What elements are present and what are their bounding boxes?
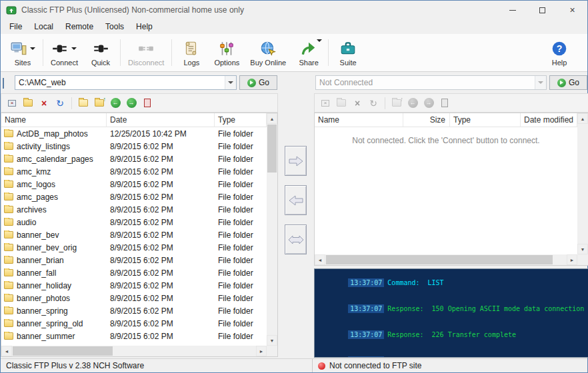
help-button[interactable]: ? Help (542, 35, 577, 70)
file-row[interactable]: banner_spring_old 8/9/2015 6:02 PM File … (1, 317, 267, 330)
scroll-down-arrow[interactable]: ▼ (577, 244, 588, 254)
column-header-size[interactable]: Size (403, 113, 450, 127)
local-path-dropdown-button[interactable] (225, 76, 236, 89)
file-row[interactable]: banner_holiday 8/9/2015 6:02 PM File fol… (1, 279, 267, 292)
file-type: File folder (215, 155, 267, 164)
column-header-name[interactable]: Name (315, 113, 403, 127)
menu-item-tools[interactable]: Tools (99, 20, 130, 33)
local-go-button[interactable]: Go (239, 75, 277, 90)
share-dropdown-caret[interactable] (317, 39, 322, 42)
upload-button[interactable] (285, 146, 307, 176)
column-header-type[interactable]: Type (450, 113, 521, 127)
forward-icon[interactable]: → (125, 97, 138, 110)
scrollbar-thumb[interactable] (267, 125, 277, 173)
new-folder-icon[interactable] (21, 97, 35, 110)
file-name-cell: banner_brian (1, 256, 107, 265)
maximize-button[interactable] (527, 1, 557, 19)
menu-item-local[interactable]: Local (28, 20, 59, 33)
local-vertical-scrollbar[interactable]: ▲ ▼ (267, 113, 277, 346)
file-row[interactable]: banner_photos 8/9/2015 6:02 PM File fold… (1, 292, 267, 304)
abort-icon[interactable] (141, 97, 154, 110)
back-icon[interactable]: ← (109, 97, 122, 110)
file-row[interactable]: activity_listings 8/9/2015 6:02 PM File … (1, 140, 267, 153)
disconnect-button[interactable]: Disconnect (123, 35, 169, 70)
scroll-down-arrow[interactable]: ▼ (267, 335, 277, 346)
panel-toggle-icon[interactable]: × (319, 97, 332, 110)
log-timestamp: 13:37:07 (348, 356, 384, 358)
file-row[interactable]: banner_bev_orig 8/9/2015 6:02 PM File fo… (1, 241, 267, 254)
menu-item-file[interactable]: File (3, 20, 28, 33)
file-row[interactable]: amc_logos 8/9/2015 6:02 PM File folder (1, 178, 267, 190)
remote-vertical-scrollbar[interactable]: ▲ ▼ (577, 113, 588, 254)
back-icon[interactable]: ← (406, 97, 419, 110)
panel-toggle-icon[interactable]: × (5, 97, 19, 110)
parent-folder-icon[interactable]: ↑ (390, 97, 403, 110)
sites-button[interactable]: Sites (5, 35, 41, 70)
delete-icon[interactable]: × (37, 97, 51, 110)
abort-icon[interactable] (438, 97, 451, 110)
file-row[interactable]: banner_fall 8/9/2015 6:02 PM File folder (1, 266, 267, 279)
column-header-name[interactable]: Name (1, 113, 107, 127)
file-date: 8/9/2015 6:02 PM (107, 218, 215, 227)
column-header-date-modified[interactable]: Date modified (521, 113, 577, 127)
share-button[interactable]: Share (291, 35, 326, 70)
column-header-type[interactable]: Type (215, 113, 267, 127)
local-path-combobox[interactable]: C:\AMC_web (15, 75, 237, 90)
options-button[interactable]: Options (209, 35, 245, 70)
file-row[interactable]: audio 8/9/2015 6:02 PM File folder (1, 216, 267, 228)
delete-icon[interactable]: × (351, 97, 364, 110)
file-name: amc_logos (17, 180, 55, 189)
connect-button[interactable]: Connect (45, 35, 83, 70)
file-row[interactable]: amc_calendar_pages 8/9/2015 6:02 PM File… (1, 153, 267, 165)
file-row[interactable]: banner_bev 8/9/2015 6:02 PM File folder (1, 228, 267, 241)
remote-address-dropdown-button[interactable] (535, 76, 546, 89)
sites-dropdown-caret[interactable] (30, 47, 35, 50)
buy-online-button[interactable]: Buy Online (245, 35, 291, 70)
share-label: Share (299, 59, 318, 67)
forward-icon[interactable]: → (422, 97, 435, 110)
new-folder-icon[interactable] (335, 97, 348, 110)
scroll-up-arrow[interactable]: ▲ (267, 113, 277, 124)
folder-icon (4, 256, 13, 264)
menu-item-remote[interactable]: Remote (59, 20, 99, 33)
scroll-left-arrow[interactable]: ◄ (1, 346, 12, 356)
remote-horizontal-scrollbar[interactable]: ◄ ► (315, 254, 577, 265)
minimize-icon (509, 10, 516, 11)
scroll-right-arrow[interactable]: ► (256, 346, 267, 356)
open-folder-icon[interactable] (77, 97, 90, 110)
suite-button[interactable]: Suite (331, 35, 365, 70)
file-row[interactable]: banner_summer 8/9/2015 6:02 PM File fold… (1, 330, 267, 342)
file-row[interactable]: amc_pages 8/9/2015 6:02 PM File folder (1, 190, 267, 203)
file-row[interactable]: banner_spring 8/9/2015 6:02 PM File fold… (1, 304, 267, 317)
scroll-right-arrow[interactable]: ► (567, 254, 577, 265)
file-name: banner_fall (17, 268, 56, 278)
remote-address-combobox[interactable]: Not Connected (315, 75, 547, 90)
connect-dropdown-caret[interactable] (71, 47, 77, 50)
file-name: banner_summer (17, 332, 75, 341)
minimize-button[interactable] (497, 1, 527, 19)
scrollbar-thumb[interactable] (13, 346, 113, 356)
local-horizontal-scrollbar[interactable]: ◄ ► (1, 346, 267, 356)
refresh-icon[interactable]: ↻ (367, 97, 380, 110)
column-header-date[interactable]: Date (107, 113, 215, 127)
file-row[interactable]: banner_brian 8/9/2015 6:02 PM File folde… (1, 254, 267, 266)
logs-button[interactable]: Logs (174, 35, 209, 70)
file-date: 8/9/2015 6:02 PM (107, 294, 215, 303)
file-row[interactable]: amc_kmz 8/9/2015 6:02 PM File folder (1, 165, 267, 178)
quick-connect-button[interactable]: Quick (83, 35, 118, 70)
file-type: File folder (215, 256, 267, 265)
scroll-left-arrow[interactable]: ◄ (315, 254, 325, 265)
close-button[interactable]: × (557, 1, 587, 19)
scroll-up-arrow[interactable]: ▲ (577, 113, 588, 124)
refresh-icon[interactable]: ↻ (53, 97, 67, 110)
status-bar: Classic FTP Plus v 2.38 NCH Software Not… (1, 358, 587, 372)
remote-go-button[interactable]: Go (549, 75, 587, 90)
scrollbar-thumb[interactable] (326, 255, 553, 264)
file-name: banner_bev_orig (17, 243, 77, 252)
parent-folder-icon[interactable]: ↑ (93, 97, 106, 110)
sync-button[interactable] (285, 224, 307, 254)
menu-item-help[interactable]: Help (130, 20, 159, 33)
file-row[interactable]: archives 8/9/2015 6:02 PM File folder (1, 203, 267, 216)
file-row[interactable]: ActDB_map_photos 12/25/2015 10:42 PM Fil… (1, 127, 267, 140)
download-button[interactable] (285, 185, 307, 215)
